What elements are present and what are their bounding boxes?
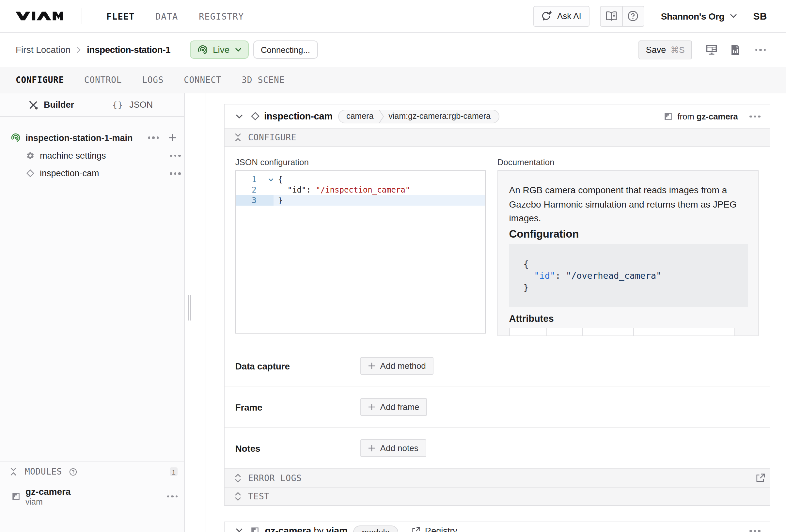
component-diamond-icon (250, 112, 259, 121)
tab-configure[interactable]: CONFIGURE (16, 75, 64, 85)
attr-col-description: Description (633, 328, 735, 336)
add-method-button[interactable]: Add method (361, 357, 434, 375)
tree-item-label: machine settings (40, 151, 106, 161)
machine-tabs: CONFIGURE CONTROL LOGS CONNECT 3D SCENE (0, 67, 786, 94)
tab-logs[interactable]: LOGS (142, 75, 164, 85)
module-card-header-right (738, 530, 760, 532)
tree-item-machine-settings[interactable]: machine settings (0, 147, 184, 165)
attr-col-inclusion: Inclusion (583, 328, 633, 336)
add-notes-button[interactable]: Add notes (361, 440, 426, 457)
doc-code-block: { "id": "/overhead_camera" } (509, 244, 748, 307)
nav-data[interactable]: DATA (155, 11, 178, 21)
nav-fleet[interactable]: FLEET (107, 11, 135, 21)
test-label: TEST (248, 491, 270, 501)
json-toggle[interactable]: {} JSON (112, 94, 153, 117)
fold-chevron-icon[interactable] (268, 178, 274, 181)
attr-col-type: Type (547, 328, 583, 336)
module-menu-button[interactable] (750, 530, 760, 532)
doc-attributes-heading: Attributes (509, 312, 748, 325)
line-number: 2 (236, 185, 257, 195)
divider (82, 8, 82, 24)
collapse-icon[interactable] (10, 467, 16, 476)
tree-item-main-part[interactable]: inspection-station-1-main (0, 129, 184, 147)
plus-icon (369, 445, 376, 452)
connecting-button[interactable]: Connecting... (253, 41, 318, 59)
documentation-column: Documentation An RGB camera component th… (498, 158, 758, 345)
collapse-card-chevron-icon[interactable] (235, 114, 242, 119)
viam-logo[interactable] (16, 11, 63, 21)
pill-separator (379, 110, 384, 123)
viam-app: FLEET DATA REGISTRY Ask AI (0, 0, 786, 532)
ask-ai-icon (540, 10, 552, 22)
line-number: 1 (236, 174, 257, 185)
builder-toggle[interactable]: Builder (29, 94, 74, 117)
workspace: Builder {} JSON inspection-station-1-mai… (0, 94, 786, 532)
main-content: inspection-cam camera viam:gz-camera:rgb… (206, 94, 786, 532)
component-tree: inspection-station-1-main machine settin… (0, 117, 184, 462)
component-type-pill: camera viam:gz-camera:rgb-camera (339, 110, 500, 123)
error-logs-label: ERROR LOGS (248, 473, 302, 483)
machine-header: First Location inspection-station-1 Live… (0, 33, 786, 67)
tab-3d-scene[interactable]: 3D SCENE (241, 75, 285, 85)
breadcrumb-location[interactable]: First Location (16, 45, 70, 55)
braces-icon: {} (112, 100, 123, 110)
component-menu-button[interactable] (750, 115, 760, 117)
avatar[interactable]: SB (753, 10, 767, 22)
docs-button[interactable] (601, 6, 622, 26)
nav-registry[interactable]: REGISTRY (199, 11, 244, 21)
machine-actions: Save ⌘S (639, 41, 766, 60)
add-component-button[interactable] (168, 134, 176, 142)
module-text: gz-camera viam (25, 486, 71, 507)
module-list-item[interactable]: gz-camera viam (0, 486, 184, 507)
code-text: "id": "/inspection_camera" (274, 185, 410, 195)
expand-icon (235, 473, 241, 482)
builder-tools-icon (29, 100, 38, 110)
registry-link[interactable]: Registry (412, 527, 457, 532)
module-icon (251, 527, 259, 532)
collapse-card-chevron-icon[interactable] (236, 528, 243, 532)
book-icon (606, 11, 617, 21)
external-link-icon[interactable] (756, 473, 765, 482)
sidebar-resizer[interactable] (185, 94, 206, 532)
documentation-panel[interactable]: An RGB camera component that reads image… (498, 170, 758, 336)
tab-control[interactable]: CONTROL (84, 75, 122, 85)
configure-section-header[interactable]: CONFIGURE (224, 128, 770, 146)
tree-item-inspection-cam[interactable]: inspection-cam (0, 164, 184, 182)
add-frame-button[interactable]: Add frame (361, 398, 427, 416)
ask-ai-label: Ask AI (557, 11, 581, 21)
modules-help-icon[interactable] (69, 468, 77, 476)
modules-header: MODULES 1 (0, 462, 184, 481)
help-button[interactable] (622, 6, 644, 26)
error-logs-section-header[interactable]: ERROR LOGS (224, 468, 770, 487)
monitor-icon[interactable] (706, 45, 717, 55)
save-button[interactable]: Save ⌘S (639, 41, 692, 60)
part-menu-button[interactable] (148, 137, 159, 139)
builder-label: Builder (44, 100, 74, 110)
notes-row: Notes Add notes (224, 427, 770, 468)
configure-section-label: CONFIGURE (248, 133, 296, 142)
plus-icon (369, 404, 376, 411)
module-menu-button[interactable] (167, 495, 178, 498)
component-card-inspection-cam: inspection-cam camera viam:gz-camera:rgb… (224, 104, 770, 506)
collapse-icon (235, 133, 241, 142)
org-switcher[interactable]: Shannon's Org (661, 11, 737, 21)
test-section-header[interactable]: TEST (224, 487, 770, 506)
module-card-gz-camera: gz-camera by viam module Registry (224, 522, 770, 532)
code-text: { (274, 174, 283, 185)
help-button-group (600, 5, 644, 26)
module-card-header: gz-camera by viam module Registry (224, 523, 770, 532)
json-editor[interactable]: 1 { 2 "id": "/inspection_came (235, 170, 486, 333)
gear-icon (26, 152, 34, 160)
machine-status-dropdown[interactable]: Live (190, 41, 248, 59)
ask-ai-button[interactable]: Ask AI (533, 5, 590, 26)
machine-settings-menu-button[interactable] (170, 155, 181, 157)
machine-menu-button[interactable] (755, 49, 766, 51)
history-icon[interactable] (731, 44, 740, 55)
tab-connect[interactable]: CONNECT (184, 75, 221, 85)
component-menu-button[interactable] (170, 172, 181, 175)
component-card-header: inspection-cam camera viam:gz-camera:rgb… (224, 105, 770, 128)
module-icon (664, 112, 672, 121)
module-org: viam (25, 498, 71, 507)
from-module-label: from gz-camera (678, 112, 738, 121)
org-name: Shannon's Org (661, 11, 724, 21)
